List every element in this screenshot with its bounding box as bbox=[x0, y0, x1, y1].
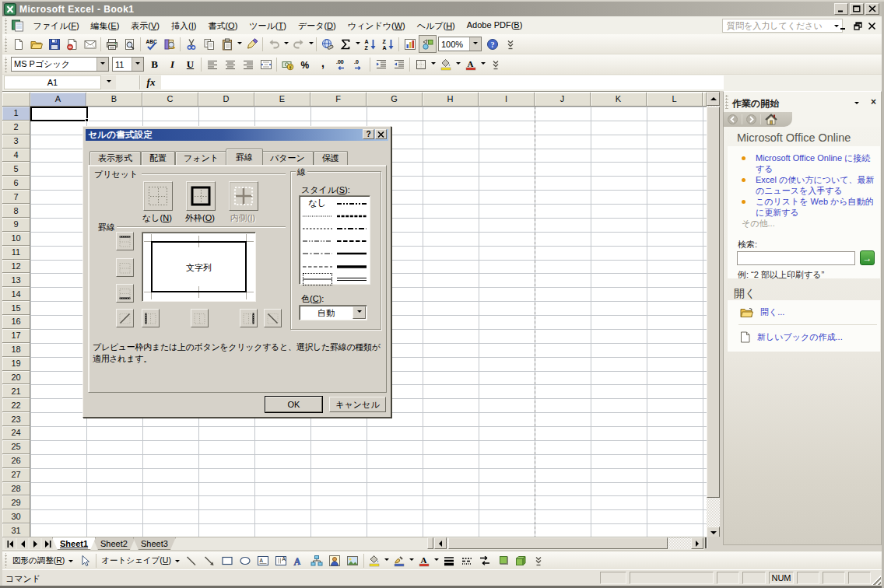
vscroll-thumb[interactable] bbox=[707, 107, 720, 498]
print-preview-button[interactable] bbox=[121, 35, 139, 53]
line-button[interactable] bbox=[183, 551, 201, 569]
row-header-29[interactable]: 29 bbox=[2, 495, 30, 509]
clipart-button[interactable] bbox=[326, 551, 344, 569]
oval-button[interactable] bbox=[237, 551, 254, 569]
forward-icon[interactable] bbox=[746, 114, 756, 124]
sheet-tab-Sheet2[interactable]: Sheet2 bbox=[93, 537, 135, 550]
column-header-A[interactable]: A bbox=[30, 93, 86, 107]
fill-handle[interactable] bbox=[85, 118, 89, 122]
fill-color-button[interactable] bbox=[437, 55, 454, 73]
new-workbook-link-row[interactable]: 新しいブックの作成... bbox=[740, 331, 843, 343]
comma-style-button[interactable]: , bbox=[314, 55, 332, 73]
font-size-dropdown-icon[interactable] bbox=[132, 58, 143, 71]
formatting-toolbar-grip[interactable] bbox=[4, 57, 8, 72]
line-style-dotted[interactable] bbox=[303, 222, 332, 235]
color-combo[interactable]: 自動 bbox=[299, 305, 367, 320]
select-all-corner[interactable] bbox=[2, 93, 30, 107]
borders-button[interactable] bbox=[412, 55, 430, 73]
row-header-21[interactable]: 21 bbox=[2, 384, 30, 398]
task-pane-dropdown-icon[interactable] bbox=[854, 102, 859, 107]
vertical-text-box-button[interactable]: A bbox=[272, 551, 290, 569]
preset-none-button[interactable] bbox=[143, 181, 173, 211]
question-input[interactable]: 質問を入力してください bbox=[722, 19, 843, 33]
hscroll-thumb[interactable] bbox=[448, 537, 668, 549]
3d-style-button[interactable] bbox=[512, 551, 530, 569]
row-header-27[interactable]: 27 bbox=[2, 468, 30, 482]
task-pane-link[interactable]: このリストを Web から自動的に更新する bbox=[756, 197, 879, 218]
hyperlink-button[interactable] bbox=[318, 35, 336, 53]
row-header-17[interactable]: 17 bbox=[2, 329, 30, 343]
paste-button[interactable] bbox=[218, 35, 236, 53]
row-header-15[interactable]: 15 bbox=[2, 301, 30, 315]
row-header-23[interactable]: 23 bbox=[2, 412, 30, 426]
maximize-button[interactable] bbox=[850, 3, 864, 15]
italic-button[interactable]: I bbox=[163, 55, 181, 73]
bold-button[interactable]: B bbox=[146, 55, 163, 73]
row-header-10[interactable]: 10 bbox=[2, 232, 30, 246]
font-name-dropdown-icon[interactable] bbox=[96, 58, 108, 71]
font-color-dropdown-icon[interactable] bbox=[479, 55, 486, 73]
tab-split-handle[interactable] bbox=[427, 537, 433, 549]
row-header-13[interactable]: 13 bbox=[2, 273, 30, 287]
percent-style-button[interactable]: % bbox=[296, 55, 314, 73]
task-pane-link[interactable]: Excel の使い方について、最新のニュースを入手する bbox=[756, 175, 879, 196]
column-header-K[interactable]: K bbox=[591, 93, 647, 107]
dialog-help-button[interactable]: ? bbox=[363, 129, 374, 139]
drawing-toolbar-grip[interactable] bbox=[4, 553, 8, 567]
diagram-button[interactable] bbox=[308, 551, 326, 569]
column-header-I[interactable]: I bbox=[479, 93, 535, 107]
increase-indent-button[interactable] bbox=[390, 55, 408, 73]
row-header-12[interactable]: 12 bbox=[2, 260, 30, 274]
more-link[interactable]: その他... bbox=[742, 218, 775, 229]
row-header-30[interactable]: 30 bbox=[2, 509, 30, 523]
font-name-combo[interactable]: MS Pゴシック bbox=[11, 57, 109, 72]
paste-dropdown-icon[interactable] bbox=[236, 35, 243, 53]
workbook-close-button[interactable] bbox=[866, 20, 877, 31]
line-style-button[interactable] bbox=[440, 551, 458, 569]
line-color-button[interactable] bbox=[391, 551, 409, 569]
decrease-decimal-button[interactable]: .0 bbox=[350, 55, 368, 73]
font-size-combo[interactable]: 11 bbox=[112, 57, 144, 72]
row-header-16[interactable]: 16 bbox=[2, 315, 30, 329]
permission-button[interactable] bbox=[63, 35, 81, 53]
window-titlebar[interactable]: Microsoft Excel - Book1 bbox=[2, 2, 882, 16]
redo-button[interactable] bbox=[289, 35, 307, 53]
picture-button[interactable] bbox=[344, 551, 362, 569]
chevron-button[interactable] bbox=[530, 551, 548, 569]
search-input[interactable] bbox=[737, 251, 855, 265]
sort-ascending-button[interactable]: AZ bbox=[361, 35, 379, 53]
vscroll-split-handle[interactable] bbox=[705, 537, 707, 548]
selected-cell[interactable] bbox=[30, 107, 88, 121]
autosum-button[interactable] bbox=[336, 35, 354, 53]
color-dropdown-icon[interactable] bbox=[353, 306, 366, 319]
arrow-style-button[interactable] bbox=[476, 551, 494, 569]
copy-button[interactable] bbox=[200, 35, 218, 53]
open-folder-button[interactable] bbox=[27, 35, 45, 53]
dialog-tab-表示形式[interactable]: 表示形式 bbox=[89, 151, 141, 165]
chevron-button[interactable] bbox=[486, 55, 504, 73]
fill-color-button[interactable] bbox=[366, 551, 384, 569]
undo-button[interactable] bbox=[265, 35, 282, 53]
save-button[interactable] bbox=[45, 35, 63, 53]
line-style-hair[interactable] bbox=[303, 210, 332, 222]
row-header-20[interactable]: 20 bbox=[2, 371, 30, 385]
sort-descending-button[interactable]: ZA bbox=[379, 35, 397, 53]
close-button[interactable] bbox=[865, 3, 879, 15]
select-arrow-button[interactable] bbox=[76, 551, 94, 569]
research-button[interactable] bbox=[160, 35, 178, 53]
arrow-button[interactable] bbox=[201, 551, 219, 569]
menu-ヘルプ[interactable]: ヘルプ(H) bbox=[411, 18, 461, 34]
menu-挿入[interactable]: 挿入(I) bbox=[165, 18, 202, 34]
dash-style-button[interactable] bbox=[458, 551, 476, 569]
row-header-7[interactable]: 7 bbox=[2, 190, 30, 204]
menubar-grip[interactable] bbox=[4, 18, 8, 33]
preset-inside-button[interactable] bbox=[229, 181, 258, 211]
line-style-medium[interactable] bbox=[337, 247, 367, 260]
preset-outline-button[interactable] bbox=[186, 181, 216, 211]
border-diag-down-button[interactable] bbox=[264, 309, 282, 327]
align-right-button[interactable] bbox=[239, 55, 257, 73]
column-header-J[interactable]: J bbox=[535, 93, 591, 107]
column-header-G[interactable]: G bbox=[367, 93, 423, 107]
insert-function-button[interactable]: fx bbox=[141, 75, 161, 89]
rectangle-button[interactable] bbox=[219, 551, 237, 569]
